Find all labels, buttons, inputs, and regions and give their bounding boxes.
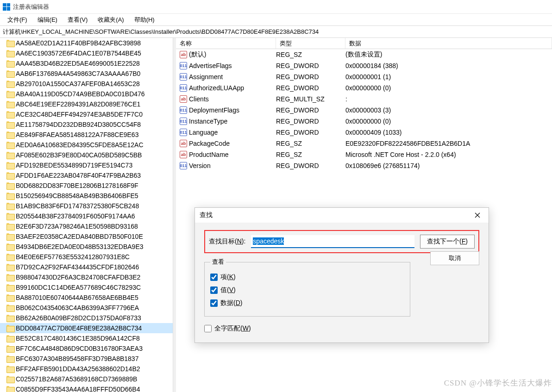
- tree-item[interactable]: BE52C817C4801436C1E385D96A142CF8: [0, 333, 173, 343]
- tree-item-label: BA887010E60740644AB67658AE6BB4E5: [16, 294, 138, 301]
- tree-item[interactable]: BB062C04354063C4AB6399A3FF7796EA: [0, 303, 173, 313]
- col-type[interactable]: 类型: [276, 38, 345, 49]
- folder-icon: [6, 131, 14, 138]
- folder-icon: [6, 50, 14, 56]
- value-row[interactable]: 011LanguageREG_DWORD0x00000409 (1033): [176, 127, 552, 138]
- value-type: REG_DWORD: [276, 106, 345, 114]
- keys-checkbox[interactable]: [210, 274, 218, 281]
- tree-item[interactable]: B2E6F3D723A798246A1E50598BD93168: [0, 221, 173, 231]
- tree-item[interactable]: B7D92CA2F92FAF4344435CFDF1802646: [0, 262, 173, 272]
- tree-item[interactable]: AE849F8FAEA5851488122A7F88CE9E63: [0, 130, 173, 140]
- cancel-button[interactable]: 取消: [430, 251, 479, 265]
- values-header: 名称 类型 数据: [176, 38, 552, 49]
- tree-item[interactable]: AA58AE02D1A211F40BF9B42AFBC39898: [0, 38, 173, 48]
- whole-checkbox[interactable]: [204, 325, 212, 332]
- value-type: REG_SZ: [276, 51, 345, 58]
- value-row[interactable]: ab(默认)REG_SZ(数值未设置): [176, 49, 552, 60]
- col-data[interactable]: 数据: [345, 38, 552, 49]
- tree-item[interactable]: B205544B38F23784091F6050F9174AA6: [0, 211, 173, 221]
- tree-item[interactable]: B99160DC1C14D6EA577689C46C78293C: [0, 282, 173, 292]
- menu-help[interactable]: 帮助(H): [130, 15, 159, 25]
- tree-item[interactable]: B1AB9CB83F6FD174783725380F5CB248: [0, 201, 173, 211]
- menu-view[interactable]: 查看(V): [63, 15, 92, 25]
- folder-icon: [6, 70, 14, 77]
- tree-item[interactable]: B150256949CB88548AB49B3B6406BFE5: [0, 191, 173, 201]
- tree-item-label: BFF2AFFB5901DDA43A256388602D14B2: [16, 365, 140, 373]
- value-type: REG_MULTI_SZ: [276, 95, 345, 103]
- tree-item[interactable]: B988047430D2F6A3CB24708CFAFDB3E2: [0, 272, 173, 282]
- tree-item[interactable]: AFD192BEDE5534899D719FE5194C73: [0, 160, 173, 170]
- value-row[interactable]: abClientsREG_MULTI_SZ:: [176, 93, 552, 105]
- tree-item[interactable]: B3AEF2E0358CA2EDA840BBD7B50F010E: [0, 231, 173, 242]
- folder-icon: [6, 233, 14, 240]
- binary-value-icon: 011: [180, 129, 187, 136]
- value-data: :: [345, 95, 552, 103]
- tree-item[interactable]: AAB6F137689A4A549863C7A3AAAA67B0: [0, 68, 173, 79]
- value-name: AdvertiseFlags: [189, 62, 232, 69]
- tree-item[interactable]: AA6EC1903572E6F4DAC1E07B7544BE45: [0, 48, 173, 58]
- tree-item[interactable]: C025571B2A687A53689168CD7369889B: [0, 374, 173, 384]
- tree-item-label: AB297010A1550CA37AFEF0BA14653C28: [16, 80, 140, 87]
- tree-item[interactable]: ABA40A119D05CD74A9BEBDA0C01BD476: [0, 89, 173, 99]
- tree-item[interactable]: AFDD1F6AE223AB0478F40F47F9BA2B63: [0, 170, 173, 180]
- tree-item[interactable]: BFF2AFFB5901DDA43A256388602D14B2: [0, 364, 173, 374]
- folder-icon: [6, 111, 14, 118]
- value-data: 0x108069e6 (276851174): [345, 162, 552, 169]
- tree-panel[interactable]: AA58AE02D1A211F40BF9B42AFBC39898AA6EC190…: [0, 38, 173, 392]
- tree-item[interactable]: BDD08477AC7D80E4F8E9E238A2B8C734: [0, 323, 173, 333]
- menu-favorites[interactable]: 收藏夹(A): [93, 15, 128, 25]
- tree-item[interactable]: BFC6307A304B895458FF3D79BA8B1837: [0, 354, 173, 364]
- tree-item[interactable]: C0855D9FF33543A4A6A18FFFD50D66B4: [0, 384, 173, 392]
- tree-item[interactable]: AAA45B3D46B22ED5AE46990051E22528: [0, 58, 173, 68]
- tree-item[interactable]: B4E0E6EF57763E5532412807931E8C: [0, 252, 173, 262]
- tree-item[interactable]: BF7C6CA4848D86D9CD0B316780F3AEA3: [0, 343, 173, 354]
- folder-icon: [6, 172, 14, 179]
- value-name: Assignment: [189, 73, 223, 81]
- tree-item[interactable]: AED0A6A10683ED84395C5FDE8A5E12AC: [0, 140, 173, 150]
- tree-item[interactable]: ACE32C48D4EFF4942974E3AB5DE7F7C0: [0, 109, 173, 119]
- folder-icon: [6, 254, 14, 260]
- value-row[interactable]: abPackageCodeREG_SZE0E92320FDF82224586FD…: [176, 138, 552, 149]
- value-row[interactable]: abProductNameREG_SZMicrosoft .NET Core H…: [176, 149, 552, 160]
- folder-icon: [6, 182, 14, 189]
- data-checkbox[interactable]: [210, 299, 218, 307]
- col-name[interactable]: 名称: [176, 38, 276, 49]
- value-row[interactable]: 011DeploymentFlagsREG_DWORD0x00000003 (3…: [176, 105, 552, 116]
- folder-icon: [6, 325, 14, 331]
- value-row[interactable]: 011AdvertiseFlagsREG_DWORD0x00000184 (38…: [176, 60, 552, 71]
- tree-item[interactable]: BB62A26B0A09BF28D2CD1375DA0F8733: [0, 313, 173, 323]
- tree-item[interactable]: AB297010A1550CA37AFEF0BA14653C28: [0, 79, 173, 89]
- values-checkbox[interactable]: [210, 286, 218, 294]
- tree-item-label: AED0A6A10683ED84395C5FDE8A5E12AC: [16, 141, 144, 149]
- folder-icon: [6, 366, 14, 372]
- value-row[interactable]: 011AssignmentREG_DWORD0x00000001 (1): [176, 71, 552, 82]
- value-row[interactable]: 011InstanceTypeREG_DWORD0x00000000 (0): [176, 116, 552, 127]
- value-row[interactable]: 011VersionREG_DWORD0x108069e6 (276851174…: [176, 160, 552, 171]
- menu-edit[interactable]: 编辑(E): [33, 15, 62, 25]
- tree-item[interactable]: BA887010E60740644AB67658AE6BB4E5: [0, 292, 173, 303]
- tree-item[interactable]: ABC64E19EEF22894391A82D089E76CE1: [0, 99, 173, 109]
- value-data: 0x00000001 (1): [345, 73, 552, 81]
- string-value-icon: ab: [180, 95, 187, 103]
- tree-item-label: C0855D9FF33543A4A6A18FFFD50D66B4: [16, 386, 140, 392]
- tree-item[interactable]: B4934DB6E2EDA0E0D48B53132EDBA9E3: [0, 242, 173, 252]
- tree-item[interactable]: B0D6882DD83F70BE12806B1278168F9F: [0, 180, 173, 191]
- value-row[interactable]: 011AuthorizedLUAAppREG_DWORD0x00000000 (…: [176, 82, 552, 93]
- tree-item[interactable]: AE11758794DD232DBB924D3805CC54F8: [0, 119, 173, 130]
- find-input[interactable]: [251, 235, 414, 248]
- value-type: REG_SZ: [276, 151, 345, 158]
- value-type: REG_DWORD: [276, 62, 345, 69]
- data-label: 数据(D): [220, 299, 242, 307]
- tree-item[interactable]: AF085E602B3F9E80D40CA05BD589C5BB: [0, 150, 173, 160]
- close-icon[interactable]: [471, 210, 484, 221]
- find-next-button[interactable]: 查找下一个(F): [420, 235, 475, 249]
- tree-item-label: B4E0E6EF57763E5532412807931E8C: [16, 253, 130, 261]
- find-dialog-title[interactable]: 查找: [195, 208, 489, 223]
- string-value-icon: ab: [180, 51, 187, 58]
- folder-icon: [6, 305, 14, 311]
- addressbar[interactable]: 计算机\HKEY_LOCAL_MACHINE\SOFTWARE\Classes\…: [0, 26, 552, 38]
- values-label: 值(V): [220, 286, 236, 294]
- value-data: 0x00000409 (1033): [345, 129, 552, 136]
- value-name: DeploymentFlags: [189, 106, 239, 114]
- menu-file[interactable]: 文件(F): [3, 15, 32, 25]
